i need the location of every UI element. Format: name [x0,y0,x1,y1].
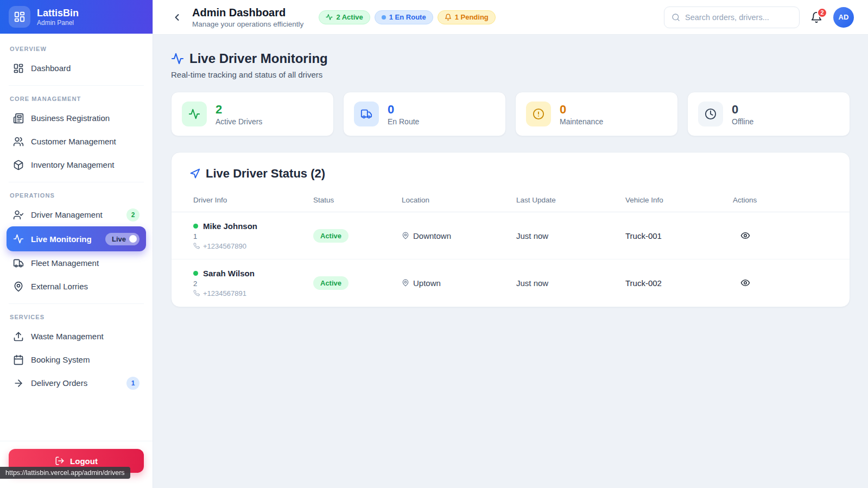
driver-status-table: Driver Info Status Location Last Update … [172,189,850,307]
stat-value: 0 [560,103,603,117]
view-driver-button[interactable] [737,227,753,244]
map-pin-icon [402,232,409,239]
sidebar-brand: LattisBin Admin Panel [0,0,153,34]
sidebar-item-business-registration[interactable]: Business Registration [7,106,146,130]
section-title: Live Driver Monitoring [189,51,328,66]
activity-icon [326,14,333,21]
notification-count-badge: 2 [817,8,827,18]
sidebar-item-external-lorries[interactable]: External Lorries [7,275,146,298]
sidebar: LattisBin Admin Panel Overview Dashboard… [0,0,153,488]
status-badge: Active [313,276,349,290]
divider [9,303,144,304]
map-pin-icon [402,279,409,287]
live-toggle[interactable]: Live [105,233,140,245]
sidebar-nav: Overview Dashboard Core Management Busin… [0,34,153,441]
navigation-icon [189,168,200,179]
stat-label: Active Drivers [216,117,262,126]
notifications-button[interactable]: 2 [810,11,822,23]
stat-card-maintenance: 0 Maintenance [515,92,678,136]
stat-label: Offline [732,117,753,126]
online-dot-icon [193,271,198,276]
sidebar-item-customer-management[interactable]: Customer Management [7,130,146,153]
driver-count-badge: 2 [126,208,140,221]
sidebar-item-label: Live Monitoring [31,235,98,244]
page-subtitle: Manage your operations efficiently [192,20,303,28]
alert-circle-icon [526,102,551,126]
avatar[interactable]: AD [833,7,854,28]
sidebar-item-label: Business Registration [31,113,140,123]
driver-id: 1 [193,232,305,240]
section-label-services: Services [7,305,146,325]
stat-value: 0 [388,103,419,117]
back-button[interactable] [169,10,185,25]
phone-icon [193,243,200,249]
driver-location: Downtown [413,231,451,240]
users-icon [13,136,24,147]
search-box[interactable] [664,7,800,28]
column-header: Status [309,189,397,212]
pending-count-badge: 1 Pending [438,10,496,24]
column-header: Last Update [512,189,621,212]
vehicle-info: Truck-002 [625,278,662,288]
divider [9,182,144,182]
truck-icon [354,102,379,126]
sidebar-item-fleet-management[interactable]: Fleet Management [7,251,146,275]
main-content: Live Driver Monitoring Real-time trackin… [153,35,868,488]
sidebar-item-label: Booking System [31,355,140,364]
section-label-overview: Overview [7,37,146,56]
stat-card-en-route: 0 En Route [343,92,506,136]
sidebar-item-booking-system[interactable]: Booking System [7,348,146,371]
upload-icon [13,331,24,342]
logout-icon [55,456,65,466]
column-header: Location [397,189,512,212]
top-header: Admin Dashboard Manage your operations e… [153,0,868,35]
sidebar-item-delivery-orders[interactable]: Delivery Orders 1 [7,371,146,395]
table-row: Mike Johnson 1 +1234567890 Active [172,212,850,259]
search-input[interactable] [685,13,792,22]
stat-card-active-drivers: 2 Active Drivers [171,92,334,136]
logout-label: Logout [70,457,98,466]
table-row: Sarah Wilson 2 +1234567891 Active [172,259,850,307]
table-title: Live Driver Status (2) [206,167,325,181]
search-icon [671,13,680,22]
sidebar-item-label: Customer Management [31,137,140,146]
sidebar-item-driver-management[interactable]: Driver Management 2 [7,203,146,226]
stat-card-offline: 0 Offline [687,92,850,136]
sidebar-item-live-monitoring[interactable]: Live Monitoring Live [7,226,146,251]
driver-phone: +1234567890 [203,242,246,250]
sidebar-item-dashboard[interactable]: Dashboard [7,56,146,80]
status-badge: Active [313,229,349,243]
enroute-count-badge: 1 En Route [375,10,433,24]
sidebar-item-label: Dashboard [31,64,140,73]
sidebar-footer: Logout [0,441,153,488]
eye-icon [740,278,750,288]
sidebar-item-waste-management[interactable]: Waste Management [7,325,146,348]
dashboard-icon [13,63,24,74]
app-logo-icon [9,6,30,28]
sidebar-item-inventory-management[interactable]: Inventory Management [7,153,146,176]
link-url-tooltip: https://lattisbin.vercel.app/admin/drive… [0,467,130,479]
user-check-icon [13,210,24,220]
view-driver-button[interactable] [737,275,753,291]
live-driver-status-card: Live Driver Status (2) Driver Info Statu… [171,152,850,307]
page-title: Admin Dashboard [192,6,303,19]
activity-icon [171,52,184,65]
chevron-left-icon [172,12,182,23]
activity-icon [182,102,207,126]
package-icon [13,160,24,170]
sidebar-item-label: Driver Management [31,210,119,219]
stat-label: En Route [388,117,419,126]
table-header-row: Driver Info Status Location Last Update … [172,189,850,212]
toggle-knob [129,235,137,243]
brand-name: LattisBin [37,7,79,19]
last-update: Just now [516,231,548,240]
sidebar-item-label: External Lorries [31,282,140,291]
stat-value: 0 [732,103,753,117]
last-update: Just now [516,278,548,288]
calendar-icon [13,354,24,365]
column-header: Vehicle Info [621,189,728,212]
driver-name: Sarah Wilson [203,269,255,278]
clock-icon [698,102,723,126]
driver-phone: +1234567891 [203,289,246,297]
online-dot-icon [193,224,198,229]
